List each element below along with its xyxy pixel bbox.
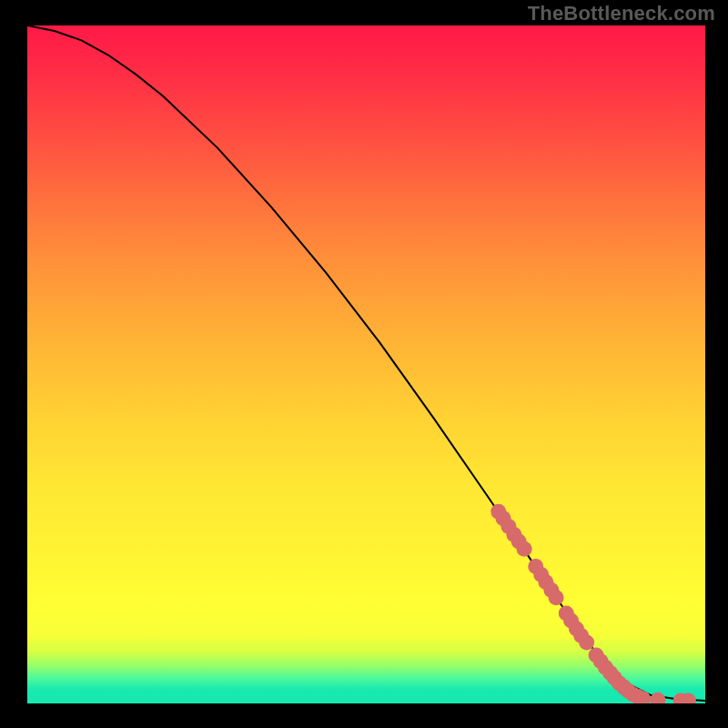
marker-dot — [517, 541, 532, 557]
marker-dot — [650, 693, 665, 703]
marker-group — [490, 504, 696, 703]
marker-dot — [579, 634, 594, 650]
marker-dot — [549, 590, 564, 605]
curve-line — [27, 25, 705, 701]
chart-frame: TheBottleneck.com — [0, 0, 728, 728]
watermark-text: TheBottleneck.com — [528, 2, 715, 25]
plot-area — [27, 25, 705, 703]
chart-svg — [27, 25, 705, 703]
